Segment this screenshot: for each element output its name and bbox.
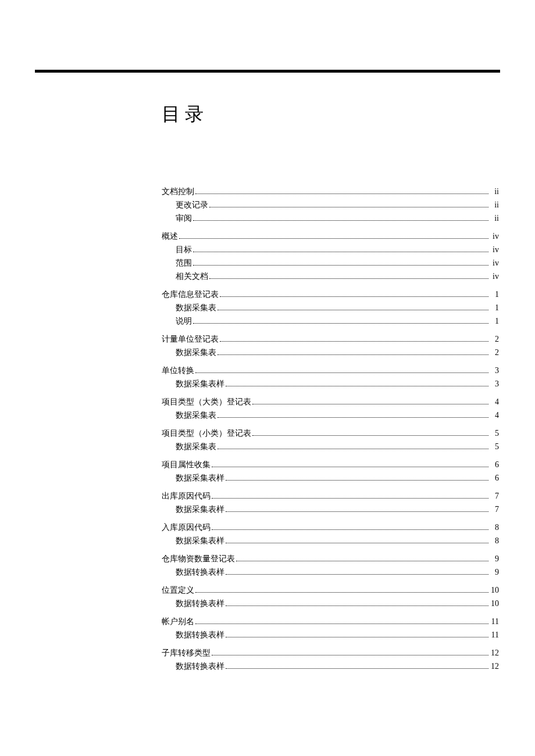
toc-entry-page: 1 bbox=[490, 302, 499, 314]
toc-entry-page: 12 bbox=[490, 660, 499, 672]
toc-entry-page: 6 bbox=[490, 458, 499, 471]
toc-entry-label: 数据采集表样 bbox=[176, 535, 224, 547]
toc-entry-label: 数据转换表样 bbox=[176, 629, 224, 641]
toc-leader-dots bbox=[226, 386, 488, 386]
toc-entry-page: iv bbox=[490, 270, 499, 282]
toc-entry-page: 6 bbox=[490, 472, 499, 484]
toc-entry-label: 数据采集表 bbox=[176, 409, 216, 421]
toc-entry: 数据转换表样10 bbox=[162, 597, 499, 610]
toc-leader-dots bbox=[193, 323, 488, 324]
toc-entry-page: 5 bbox=[490, 440, 499, 453]
toc-entry-page: 7 bbox=[490, 503, 499, 515]
toc-entry-label: 目标 bbox=[176, 243, 192, 256]
toc-entry-page: 9 bbox=[490, 553, 499, 565]
toc-entry-page: 9 bbox=[490, 566, 499, 578]
toc-leader-dots bbox=[226, 511, 488, 512]
toc-entry: 更改记录ii bbox=[162, 199, 499, 211]
toc-entry-page: 3 bbox=[490, 364, 499, 377]
toc-leader-dots bbox=[252, 404, 488, 404]
toc-entry: 出库原因代码7 bbox=[162, 490, 499, 502]
toc-entry: 目标iv bbox=[162, 243, 499, 256]
toc-entry: 数据转换表样9 bbox=[162, 566, 499, 578]
toc-leader-dots bbox=[209, 207, 488, 207]
toc-entry-page: 8 bbox=[490, 535, 499, 547]
toc-leader-dots bbox=[195, 624, 488, 624]
toc-entry: 数据采集表2 bbox=[162, 346, 499, 359]
toc-entry-label: 数据转换表样 bbox=[176, 660, 224, 672]
toc-entry-label: 位置定义 bbox=[162, 584, 194, 596]
toc-leader-dots bbox=[195, 194, 488, 194]
toc-leader-dots bbox=[212, 655, 488, 655]
toc-entry-page: 4 bbox=[490, 396, 499, 408]
toc-entry: 仓库物资数量登记表9 bbox=[162, 553, 499, 565]
toc-entry-label: 数据采集表样 bbox=[176, 472, 224, 484]
toc-entry: 范围iv bbox=[162, 257, 499, 269]
toc-entry: 帐户别名11 bbox=[162, 615, 499, 628]
toc-leader-dots bbox=[195, 592, 488, 593]
toc-entry: 审阅ii bbox=[162, 212, 499, 224]
toc-entry-label: 仓库信息登记表 bbox=[162, 288, 219, 300]
toc-entry-page: 2 bbox=[490, 333, 499, 345]
toc-entry: 说明1 bbox=[162, 315, 499, 327]
toc-leader-dots bbox=[193, 265, 488, 266]
toc-entry: 数据采集表样7 bbox=[162, 503, 499, 515]
toc-entry-label: 概述 bbox=[162, 230, 178, 242]
toc-entry: 数据采集表样3 bbox=[162, 378, 499, 390]
toc-entry-label: 项目属性收集 bbox=[162, 458, 211, 471]
toc-leader-dots bbox=[195, 372, 488, 373]
toc-entry: 子库转移类型12 bbox=[162, 647, 499, 659]
toc-entry: 项目类型（大类）登记表4 bbox=[162, 396, 499, 408]
toc-entry-label: 更改记录 bbox=[176, 199, 208, 211]
toc-entry-label: 入库原因代码 bbox=[162, 521, 211, 533]
toc-entry: 仓库信息登记表1 bbox=[162, 288, 499, 300]
toc-leader-dots bbox=[212, 529, 488, 530]
toc-entry-page: 1 bbox=[490, 315, 499, 327]
toc-leader-dots bbox=[220, 341, 488, 342]
toc-leader-dots bbox=[212, 498, 488, 499]
toc-entry: 计量单位登记表2 bbox=[162, 333, 499, 345]
toc-leader-dots bbox=[179, 238, 488, 239]
toc-entry-page: 11 bbox=[490, 629, 499, 641]
toc-entry-page: 4 bbox=[490, 409, 499, 421]
toc-entry: 数据采集表1 bbox=[162, 302, 499, 314]
toc-entry-label: 数据采集表样 bbox=[176, 503, 224, 515]
toc-leader-dots bbox=[226, 668, 488, 669]
toc-leader-dots bbox=[220, 296, 488, 297]
top-horizontal-rule bbox=[35, 70, 500, 73]
toc-entry-label: 文档控制 bbox=[162, 185, 194, 198]
toc-entry-label: 审阅 bbox=[176, 212, 192, 224]
toc-entry-label: 帐户别名 bbox=[162, 615, 194, 628]
toc-leader-dots bbox=[217, 417, 488, 418]
toc-entry-label: 数据转换表样 bbox=[176, 597, 224, 610]
toc-entry-page: 2 bbox=[490, 346, 499, 359]
toc-entry-label: 项目类型（小类）登记表 bbox=[162, 427, 251, 439]
toc-entry: 数据采集表5 bbox=[162, 440, 499, 453]
toc-entry-label: 相关文档 bbox=[176, 270, 208, 282]
toc-leader-dots bbox=[226, 480, 488, 481]
toc-entry-label: 数据转换表样 bbox=[176, 566, 224, 578]
toc-entry: 单位转换3 bbox=[162, 364, 499, 377]
toc-entry: 位置定义10 bbox=[162, 584, 499, 596]
toc-leader-dots bbox=[252, 435, 488, 436]
toc-entry: 项目属性收集6 bbox=[162, 458, 499, 471]
toc-entry: 概述iv bbox=[162, 230, 499, 242]
toc-entry-label: 计量单位登记表 bbox=[162, 333, 219, 345]
toc-entry: 数据采集表样8 bbox=[162, 535, 499, 547]
toc-entry-label: 数据采集表样 bbox=[176, 378, 224, 390]
toc-leader-dots bbox=[217, 310, 488, 310]
toc-leader-dots bbox=[193, 252, 488, 252]
toc-entry: 数据转换表样12 bbox=[162, 660, 499, 672]
toc-entry-label: 单位转换 bbox=[162, 364, 194, 377]
toc-entry-page: ii bbox=[490, 185, 499, 198]
toc-leader-dots bbox=[193, 220, 488, 221]
toc-leader-dots bbox=[226, 605, 488, 606]
toc-leader-dots bbox=[209, 278, 488, 279]
toc-entry: 项目类型（小类）登记表5 bbox=[162, 427, 499, 439]
toc-leader-dots bbox=[212, 467, 488, 467]
toc-entry: 入库原因代码8 bbox=[162, 521, 499, 533]
toc-entry-page: 3 bbox=[490, 378, 499, 390]
toc-entry-page: iv bbox=[490, 257, 499, 269]
toc-entry-label: 范围 bbox=[176, 257, 192, 269]
document-page: 目录 文档控制ii更改记录ii审阅ii概述iv目标iv范围iv相关文档iv仓库信… bbox=[0, 0, 535, 708]
toc-entry-page: ii bbox=[490, 199, 499, 211]
